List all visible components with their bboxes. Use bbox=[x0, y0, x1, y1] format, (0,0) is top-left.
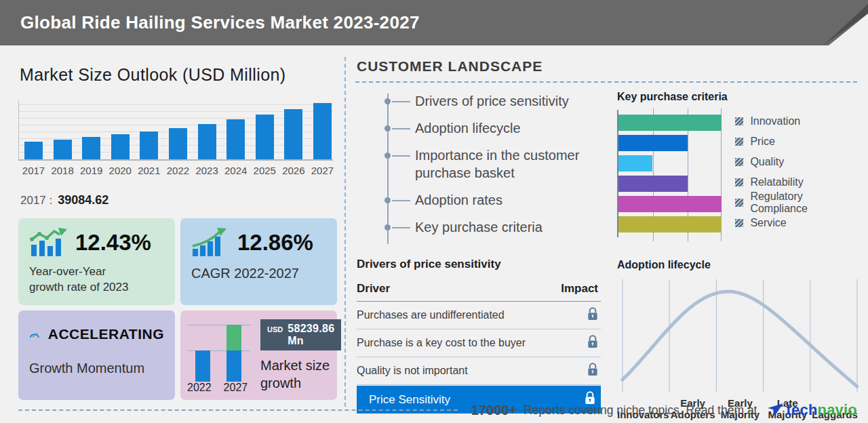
yoy-label: Year-over-Year growth rate of 2023 bbox=[29, 264, 164, 296]
lock-icon bbox=[587, 335, 598, 348]
footer: 17000+ Reports covering niche topics. Re… bbox=[18, 401, 857, 419]
market-size-bar bbox=[226, 119, 245, 159]
market-size-growth-mini-chart: 20222027 bbox=[187, 317, 254, 394]
legend-swatch-icon bbox=[735, 178, 743, 186]
speedometer-icon bbox=[29, 320, 40, 348]
year-tick-label: 2022 bbox=[167, 165, 189, 176]
kpc-bar-row bbox=[618, 196, 722, 212]
mini-bar-2022 bbox=[195, 350, 210, 382]
cagr-label: CAGR 2022-2027 bbox=[191, 264, 326, 283]
mini-bar-growth-segment bbox=[226, 325, 241, 350]
key-purchase-criteria-title: Key purchase criteria bbox=[617, 91, 859, 103]
kpc-bar-row bbox=[618, 135, 722, 151]
customer-landscape-section: CUSTOMER LANDSCAPE Drivers of price sens… bbox=[355, 58, 857, 420]
legend-item: Price bbox=[735, 132, 859, 152]
price-sensitivity-rows: Purchases are undifferentiatedPurchase i… bbox=[357, 302, 601, 385]
market-size-chart: 2017201820192020202120222023202420252026… bbox=[18, 101, 333, 161]
technavio-logo[interactable]: technavio bbox=[768, 401, 857, 419]
kpc-bar-regulatory-compliance bbox=[618, 196, 722, 212]
cagr-card: 12.86% CAGR 2022-2027 bbox=[180, 218, 337, 305]
market-size-bar bbox=[198, 124, 216, 159]
lock-icon bbox=[587, 363, 598, 376]
market-size-bar bbox=[169, 128, 187, 159]
bar-column-2023: 2023 bbox=[198, 101, 216, 159]
landscape-item: Key purchase criteria bbox=[415, 218, 591, 236]
legend-item: Quality bbox=[735, 152, 859, 172]
year-tick-label: 2017 bbox=[22, 165, 45, 176]
year-tick-label: 2018 bbox=[51, 165, 73, 176]
brand-navio: navio bbox=[818, 401, 857, 418]
header-bar: Global Ride Hailing Services Market 2023… bbox=[0, 0, 868, 45]
callout-2017: 2017 :39084.62 bbox=[20, 193, 333, 207]
year-tick-label: 2024 bbox=[224, 165, 247, 176]
legend-item: Service bbox=[735, 213, 859, 233]
key-purchase-criteria-chart bbox=[617, 110, 722, 237]
bar-column-2026: 2026 bbox=[284, 101, 302, 159]
year-tick-label: 2023 bbox=[195, 165, 218, 176]
stat-cards: 12.43% Year-over-Year growth rate of 202… bbox=[18, 218, 333, 400]
market-size-bar bbox=[111, 134, 130, 159]
year-tick-label: 2021 bbox=[138, 165, 160, 176]
yoy-value: 12.43% bbox=[75, 230, 151, 256]
bar-column-2021: 2021 bbox=[140, 101, 158, 159]
customer-landscape-list: Drivers of price sensitivityAdoption lif… bbox=[355, 83, 614, 248]
landscape-item: Adoption rates bbox=[415, 191, 591, 209]
momentum-label: Growth Momentum bbox=[29, 359, 164, 378]
page-title: Global Ride Hailing Services Market 2023… bbox=[0, 0, 868, 45]
bar-column-2019: 2019 bbox=[82, 101, 100, 159]
footer-text: Reports covering niche topics. Read them… bbox=[524, 403, 757, 418]
bar-column-2024: 2024 bbox=[226, 101, 245, 159]
landscape-item: Importance in the customer purchase bask… bbox=[415, 146, 591, 182]
mini-year-label: 2027 bbox=[224, 382, 248, 394]
mini-bar-base-segment bbox=[195, 350, 210, 382]
driver-label: Purchases are undifferentiated bbox=[357, 309, 505, 321]
landscape-item: Adoption lifecycle bbox=[415, 119, 591, 137]
bar-column-2018: 2018 bbox=[54, 101, 72, 159]
bar-column-2025: 2025 bbox=[256, 101, 274, 159]
customer-landscape-title: CUSTOMER LANDSCAPE bbox=[355, 58, 857, 83]
year-tick-label: 2026 bbox=[282, 165, 304, 176]
year-tick-label: 2020 bbox=[109, 165, 132, 176]
market-size-bar bbox=[24, 142, 43, 159]
market-size-chart-bars: 2017201820192020202120222023202420252026… bbox=[19, 101, 333, 159]
legend-label: Relatability bbox=[750, 176, 803, 188]
landscape-item: Drivers of price sensitivity bbox=[415, 92, 591, 110]
legend-label: Innovation bbox=[750, 115, 800, 127]
infographic-page: Global Ride Hailing Services Market 2023… bbox=[0, 0, 868, 423]
legend-item: Relatability bbox=[735, 172, 859, 193]
driver-row: Purchase is a key cost to the buyer bbox=[357, 329, 601, 357]
driver-label: Purchase is a key cost to the buyer bbox=[357, 337, 526, 349]
impact-lock bbox=[587, 335, 598, 351]
kpc-bar-row bbox=[618, 115, 722, 131]
price-sensitivity-table: Drivers of price sensitivity Driver Impa… bbox=[355, 248, 608, 420]
mini-bar-2027 bbox=[226, 325, 241, 382]
footer-dashed-divider bbox=[18, 409, 458, 411]
kpc-bar-row bbox=[618, 155, 722, 172]
usd-value-badge: USD 58239.86 Mn bbox=[260, 319, 341, 350]
column-driver: Driver bbox=[357, 282, 390, 296]
lock-icon bbox=[587, 307, 598, 321]
column-impact: Impact bbox=[561, 282, 598, 296]
cagr-value: 12.86% bbox=[237, 230, 313, 256]
adoption-lifecycle-curve bbox=[617, 278, 859, 392]
technavio-arrow-icon bbox=[768, 403, 783, 417]
kpc-bar-row bbox=[618, 216, 722, 233]
page-curl-decoration bbox=[793, 0, 868, 45]
yoy-growth-card: 12.43% Year-over-Year growth rate of 202… bbox=[18, 218, 175, 305]
market-size-growth-label: Market size growth bbox=[260, 357, 330, 392]
callout-separator: : bbox=[50, 194, 53, 207]
report-count: 17000+ bbox=[471, 403, 517, 418]
bar-column-2020: 2020 bbox=[111, 101, 130, 159]
price-sensitivity-title: Drivers of price sensitivity bbox=[357, 258, 601, 271]
adoption-lifecycle-title: Adoption lifecycle bbox=[617, 259, 859, 271]
bar-trend-curve-icon bbox=[191, 228, 229, 258]
driver-row: Purchases are undifferentiated bbox=[357, 302, 601, 329]
market-size-bar bbox=[54, 140, 72, 159]
brand-tech: tech bbox=[786, 401, 817, 418]
key-purchase-criteria-legend: InnovationPriceQualityRelatabilityRegula… bbox=[735, 110, 859, 237]
callout-year: 2017 bbox=[20, 194, 46, 207]
mini-chart-bars bbox=[195, 325, 241, 382]
year-tick-label: 2025 bbox=[254, 165, 276, 176]
bar-trend-zigzag-icon bbox=[29, 228, 67, 258]
table-header: Driver Impact bbox=[357, 282, 601, 302]
